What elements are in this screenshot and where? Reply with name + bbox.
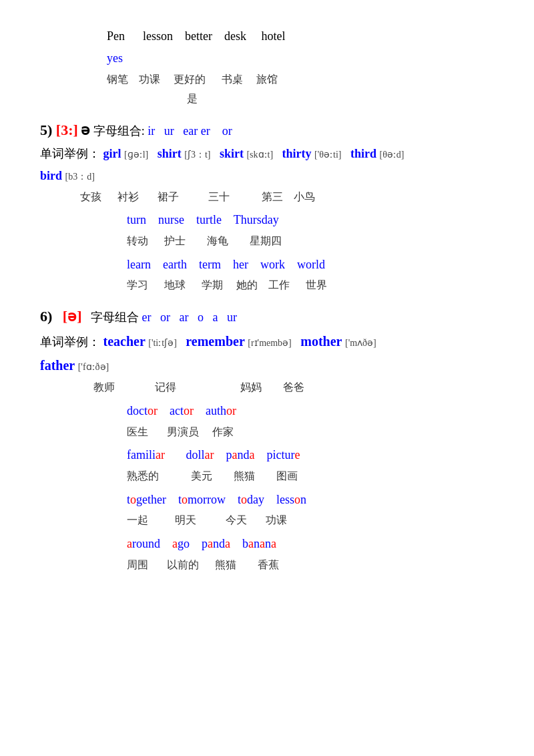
- phonetic-third: [θəːd]: [379, 150, 404, 160]
- word-her: her: [233, 258, 248, 271]
- section-5: 5) [3:] ə 字母组合: ir ur ear er or 单词举例： gi…: [40, 118, 494, 294]
- section6-zh-row1: 教师 记得 妈妈 爸爸: [93, 379, 494, 396]
- section5-phonetic-red: [3:]: [56, 122, 78, 138]
- word-girl: girl: [103, 147, 121, 160]
- section5-label: 字母组合:: [93, 124, 148, 138]
- word-yes: yes: [107, 51, 123, 65]
- section6-label: 字母组合: [85, 311, 142, 324]
- word-panda: panda: [226, 448, 254, 461]
- word-world: world: [297, 258, 325, 271]
- section5-zh-row1: 女孩 衬衫 裙子 三十 第三 小鸟: [80, 188, 494, 206]
- section5-row2-words: turn nurse turtle Thursday: [127, 210, 494, 230]
- phonetic-shirt: [ʃ3：t]: [184, 150, 210, 160]
- word-tomorrow: tomorrow: [178, 493, 226, 506]
- phonetic-skirt: [skɑːt]: [246, 150, 273, 160]
- word-today: today: [238, 493, 264, 506]
- word-doctor: doctor: [127, 404, 158, 417]
- word-lesson2: lesson: [276, 493, 306, 506]
- section6-number: 6): [40, 308, 59, 325]
- phonetic-father: ['fɑːðə]: [78, 362, 109, 372]
- example-label-6: 单词举例：: [40, 335, 100, 349]
- word-bird: bird: [40, 169, 62, 182]
- phonetic-girl: [ɡəːl]: [124, 150, 148, 160]
- word-familiar: familiar: [127, 448, 165, 461]
- word-lesson: lesson: [143, 29, 173, 43]
- section5-row3-zh: 学习 地球 学期 她的 工作 世界: [127, 276, 494, 294]
- words-line-2: yes: [107, 49, 494, 68]
- word-remember: remember: [186, 334, 244, 349]
- section6-row4-zh: 一起 明天 今天 功课: [127, 512, 494, 529]
- word-actor: actor: [170, 404, 194, 417]
- section-6: 6) [ə] 字母组合 er or ar o a ur 单词举例： teache…: [40, 305, 494, 573]
- section6-combos: er or ar o a ur: [142, 311, 236, 324]
- word-author: author: [206, 404, 236, 417]
- section5-number: 5): [40, 122, 56, 138]
- phonetic-bird: [b3：d]: [65, 172, 95, 182]
- word-thursday: Thursday: [234, 213, 279, 226]
- section5-row2-zh: 转动 护士 海龟 星期四: [127, 232, 494, 250]
- word-pen: Pen: [107, 29, 125, 43]
- section5-phonetic-blue: ə: [81, 122, 90, 138]
- section-0: Pen lesson better desk hotel yes 钢笔 功课 更…: [40, 27, 494, 108]
- word-panda2: panda: [202, 537, 230, 550]
- section6-examples-line1: 单词举例： teacher ['tiːtʃə] remember [rɪ'mem…: [40, 331, 494, 352]
- phonetic-thirty: ['θəːti]: [314, 150, 341, 160]
- word-nurse: nurse: [158, 213, 184, 226]
- word-skirt: skirt: [220, 147, 244, 160]
- word-third: third: [350, 147, 376, 160]
- words-line-1: Pen lesson better desk hotel: [107, 27, 494, 46]
- zh-line-2: 是: [187, 90, 494, 108]
- word-dollar: dollar: [186, 448, 214, 461]
- word-better: better: [185, 29, 212, 43]
- section5-header: 5) [3:] ə 字母组合: ir ur ear er or: [40, 118, 494, 142]
- section5-examples-line2: bird [b3：d]: [40, 166, 494, 186]
- section6-row3-words: familiar dollar panda picture: [127, 445, 494, 465]
- word-ago: ago: [172, 537, 190, 550]
- word-father: father: [40, 358, 75, 373]
- word-turn: turn: [127, 213, 146, 226]
- word-around: around: [127, 537, 160, 550]
- example-label-5: 单词举例：: [40, 147, 100, 160]
- word-together: together: [127, 493, 166, 506]
- word-work: work: [260, 258, 285, 271]
- section6-row3-zh: 熟悉的 美元 熊猫 图画: [127, 467, 494, 485]
- section6-row5-zh: 周围 以前的 熊猫 香蕉: [127, 556, 494, 574]
- phonetic-mother: ['mʌðə]: [345, 338, 376, 348]
- section5-combos: ir ur ear er or: [148, 124, 232, 138]
- word-thirty: thirty: [282, 147, 312, 160]
- section6-row4-words: together tomorrow today lesson: [127, 490, 494, 510]
- word-desk: desk: [224, 29, 246, 43]
- word-hotel: hotel: [261, 29, 285, 43]
- section6-row2-zh: 医生 男演员 作家: [127, 423, 494, 441]
- section6-header: 6) [ə] 字母组合 er or ar o a ur: [40, 305, 494, 328]
- word-learn: learn: [127, 258, 151, 271]
- word-shirt: shirt: [158, 147, 182, 160]
- section5-examples-line1: 单词举例： girl [ɡəːl] shirt [ʃ3：t] skirt [sk…: [40, 144, 494, 164]
- phonetic-remember: [rɪ'membə]: [248, 338, 292, 348]
- phonetic-teacher: ['tiːtʃə]: [148, 338, 177, 348]
- section5-row3-words: learn earth term her work world: [127, 255, 494, 274]
- section6-examples-line2: father ['fɑːðə]: [40, 355, 494, 376]
- section6-phonetic-red: [ə]: [63, 308, 82, 325]
- word-turtle: turtle: [196, 213, 222, 226]
- word-banana: banana: [242, 537, 276, 550]
- word-picture: picture: [266, 448, 300, 461]
- word-mother: mother: [300, 334, 342, 349]
- word-term: term: [199, 258, 221, 271]
- section6-row2-words: doctor actor author: [127, 401, 494, 421]
- section6-row5-words: around ago panda banana: [127, 534, 494, 554]
- word-teacher: teacher: [103, 334, 146, 349]
- zh-line-1: 钢笔 功课 更好的 书桌 旅馆: [107, 71, 494, 88]
- word-earth: earth: [163, 258, 187, 271]
